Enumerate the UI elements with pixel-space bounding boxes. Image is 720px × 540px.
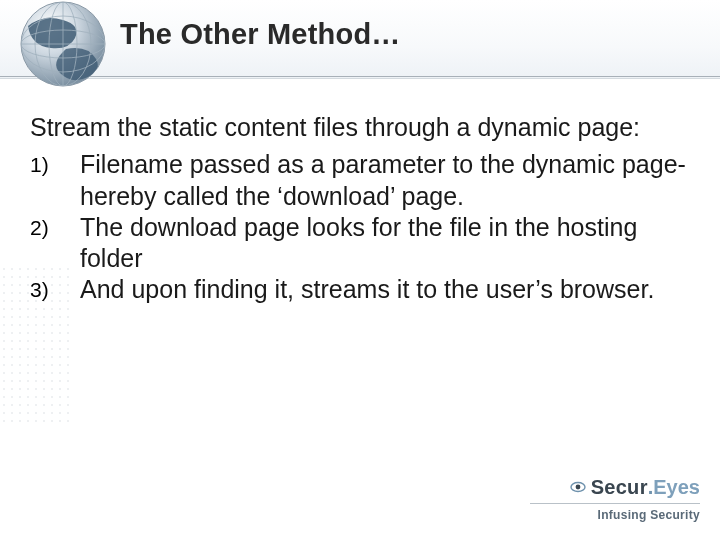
slide: The Other Method… Stream the static cont… [0,0,720,540]
tagline: Infusing Security [530,508,700,522]
list-number: 1) [30,149,80,178]
brand-logo: Secur.Eyes [530,476,700,499]
eye-icon [570,479,586,495]
footer: Secur.Eyes Infusing Security [530,476,700,522]
list-text: Filename passed as a parameter to the dy… [80,149,690,212]
brand-part1: Secur [591,476,648,498]
footer-divider [530,503,700,504]
list-number: 2) [30,212,80,241]
list-number: 3) [30,274,80,303]
globe-icon [8,0,118,104]
list-item: 2) The download page looks for the file … [30,212,690,275]
slide-title: The Other Method… [120,18,700,51]
list-text: The download page looks for the file in … [80,212,690,275]
intro-text: Stream the static content files through … [30,112,690,143]
body-content: Stream the static content files through … [30,112,690,306]
list-item: 3) And upon finding it, streams it to th… [30,274,690,305]
svg-point-9 [576,485,581,490]
ordered-list: 1) Filename passed as a parameter to the… [30,149,690,305]
list-item: 1) Filename passed as a parameter to the… [30,149,690,212]
list-text: And upon finding it, streams it to the u… [80,274,690,305]
brand-part2: Eyes [653,476,700,498]
